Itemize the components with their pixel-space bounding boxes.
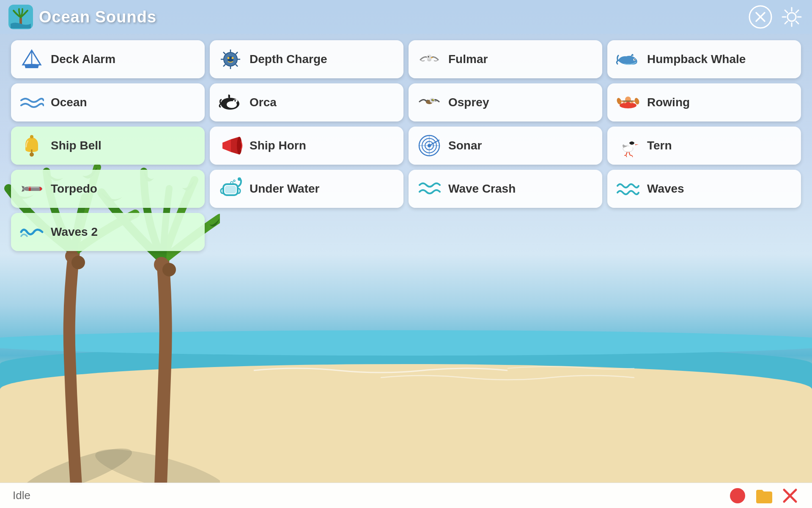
sound-btn-ocean[interactable]: Ocean: [11, 83, 205, 121]
fulmar-label: Fulmar: [448, 52, 488, 66]
sonar-icon: [417, 133, 442, 158]
rowing-label: Rowing: [647, 96, 690, 109]
fulmar-icon: [417, 47, 442, 72]
app-icon: [8, 5, 33, 29]
ship-horn-icon: [218, 133, 243, 158]
depth-charge-icon: [218, 47, 243, 72]
svg-point-55: [237, 137, 242, 155]
torpedo-icon: [19, 177, 44, 201]
sonar-label: Sonar: [448, 139, 482, 152]
close-button[interactable]: [749, 5, 772, 29]
dismiss-button[interactable]: [781, 486, 799, 505]
sound-btn-sonar[interactable]: Sonar: [409, 127, 602, 165]
orca-label: Orca: [250, 96, 277, 109]
waves-label: Waves: [647, 182, 684, 196]
svg-point-74: [233, 180, 235, 182]
svg-line-17: [796, 21, 798, 24]
orca-icon: [218, 90, 243, 115]
sound-btn-deck-alarm[interactable]: Deck Alarm: [11, 40, 205, 78]
ocean-label: Ocean: [51, 96, 87, 109]
wave-crash-icon: [417, 177, 442, 201]
ship-bell-label: Ship Bell: [51, 139, 102, 152]
wave-crash-label: Wave Crash: [448, 182, 516, 196]
depth-charge-label: Depth Charge: [250, 52, 327, 66]
ship-horn-label: Ship Horn: [250, 139, 306, 152]
humpback-whale-icon: [616, 47, 640, 72]
sound-btn-orca[interactable]: Orca: [210, 83, 403, 121]
record-button[interactable]: [728, 486, 747, 505]
app-title: Ocean Sounds: [39, 8, 156, 26]
svg-line-29: [236, 52, 238, 54]
waves2-label: Waves 2: [51, 225, 98, 239]
osprey-icon: [417, 90, 442, 115]
sound-btn-torpedo[interactable]: Torpedo: [11, 170, 205, 208]
sound-btn-waves[interactable]: Waves: [607, 170, 801, 208]
sound-grid: Deck Alarm: [8, 38, 804, 253]
svg-line-28: [236, 64, 238, 66]
header-controls: [749, 5, 804, 29]
svg-line-65: [626, 152, 627, 155]
svg-point-72: [238, 177, 241, 181]
svg-point-52: [30, 135, 33, 138]
sound-btn-fulmar[interactable]: Fulmar: [409, 40, 602, 78]
status-bar: Idle: [0, 483, 812, 508]
svg-rect-71: [225, 186, 236, 193]
humpback-whale-label: Humpback Whale: [647, 52, 746, 66]
svg-line-27: [223, 52, 225, 54]
header: Ocean Sounds: [0, 0, 812, 34]
tern-label: Tern: [647, 139, 672, 152]
sound-btn-depth-charge[interactable]: Depth Charge: [210, 40, 403, 78]
sound-btn-ship-horn[interactable]: Ship Horn: [210, 127, 403, 165]
waves2-icon: [19, 220, 44, 244]
settings-button[interactable]: [780, 5, 804, 29]
waves-icon: [616, 177, 640, 201]
sound-btn-humpback-whale[interactable]: Humpback Whale: [607, 40, 801, 78]
status-controls: [728, 486, 799, 505]
svg-line-18: [796, 10, 798, 13]
svg-point-35: [427, 55, 432, 60]
under-water-icon: [218, 177, 243, 201]
sound-btn-under-water[interactable]: Under Water: [210, 170, 403, 208]
status-text: Idle: [13, 489, 728, 502]
svg-point-67: [632, 144, 633, 145]
sound-btn-ship-bell[interactable]: Ship Bell: [11, 127, 205, 165]
sound-btn-osprey[interactable]: Osprey: [409, 83, 602, 121]
svg-point-11: [787, 13, 796, 21]
svg-point-3: [71, 256, 85, 269]
rowing-icon: [616, 90, 640, 115]
svg-point-75: [730, 488, 745, 503]
ship-bell-icon: [19, 133, 44, 158]
osprey-label: Osprey: [448, 96, 489, 109]
svg-point-32: [228, 57, 230, 59]
folder-button[interactable]: [754, 486, 773, 505]
svg-point-54: [30, 152, 34, 157]
sound-btn-waves2[interactable]: Waves 2: [11, 213, 205, 251]
sound-btn-rowing[interactable]: Rowing: [607, 83, 801, 121]
svg-line-16: [785, 10, 787, 13]
svg-rect-48: [626, 102, 630, 106]
svg-line-30: [223, 64, 225, 66]
tern-icon: [616, 133, 640, 158]
deck-alarm-label: Deck Alarm: [51, 52, 115, 66]
sound-btn-wave-crash[interactable]: Wave Crash: [409, 170, 602, 208]
svg-point-33: [232, 57, 234, 59]
svg-line-19: [785, 21, 787, 24]
svg-point-38: [634, 59, 635, 60]
under-water-label: Under Water: [250, 182, 319, 196]
svg-point-5: [162, 263, 176, 276]
svg-point-36: [428, 56, 429, 58]
torpedo-label: Torpedo: [51, 182, 97, 196]
ocean-icon: [19, 90, 44, 115]
svg-line-66: [629, 152, 630, 155]
svg-line-62: [429, 140, 439, 146]
sound-btn-tern[interactable]: Tern: [607, 127, 801, 165]
deck-alarm-icon: [19, 47, 44, 72]
svg-point-42: [234, 100, 236, 102]
svg-point-45: [433, 99, 434, 101]
